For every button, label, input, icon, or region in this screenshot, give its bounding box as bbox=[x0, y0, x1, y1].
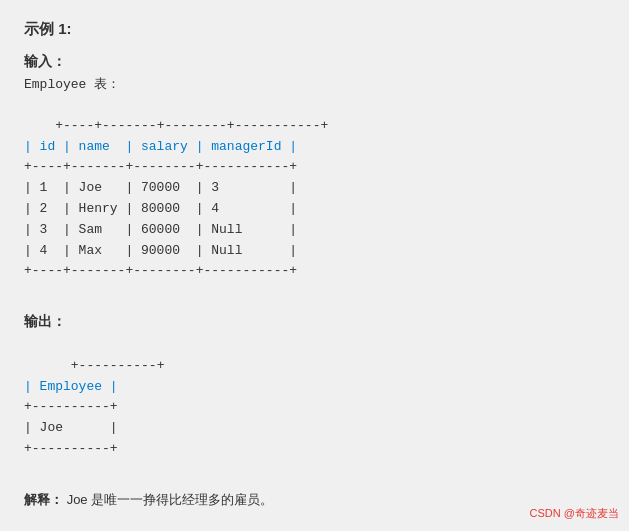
output-table-border-bottom: +----------+ bbox=[24, 441, 118, 456]
explanation-label: 解释： bbox=[24, 492, 63, 507]
input-table-row-2: | 2 | Henry | 80000 | 4 | bbox=[24, 201, 297, 216]
input-label: 输入： bbox=[24, 53, 605, 71]
output-table-row-1: | Joe | bbox=[24, 420, 118, 435]
output-section: 输出： +----------+ | Employee | +---------… bbox=[24, 313, 605, 481]
input-table: +----+-------+--------+-----------+ | id… bbox=[24, 95, 605, 303]
output-table-header: | Employee | bbox=[24, 379, 118, 394]
csdn-watermark: CSDN @奇迹麦当 bbox=[530, 506, 619, 521]
output-table-border-mid: +----------+ bbox=[24, 399, 118, 414]
output-table: +----------+ | Employee | +----------+ |… bbox=[24, 335, 605, 481]
input-table-border-mid: +----+-------+--------+-----------+ bbox=[24, 159, 297, 174]
input-table-row-3: | 3 | Sam | 60000 | Null | bbox=[24, 222, 297, 237]
input-table-border-top: +----+-------+--------+-----------+ bbox=[55, 118, 328, 133]
input-table-row-4: | 4 | Max | 90000 | Null | bbox=[24, 243, 297, 258]
section-title: 示例 1: bbox=[24, 20, 605, 39]
explanation-text: Joe 是唯一一挣得比经理多的雇员。 bbox=[67, 492, 274, 507]
output-label: 输出： bbox=[24, 313, 605, 331]
input-table-border-bottom: +----+-------+--------+-----------+ bbox=[24, 263, 297, 278]
table-label: Employee 表： bbox=[24, 75, 605, 93]
input-table-header: | id | name | salary | managerId | bbox=[24, 139, 297, 154]
main-container: 示例 1: 输入： Employee 表： +----+-------+----… bbox=[0, 0, 629, 531]
output-table-border-top: +----------+ bbox=[71, 358, 165, 373]
explanation: 解释： Joe 是唯一一挣得比经理多的雇员。 bbox=[24, 491, 605, 509]
input-table-row-1: | 1 | Joe | 70000 | 3 | bbox=[24, 180, 297, 195]
